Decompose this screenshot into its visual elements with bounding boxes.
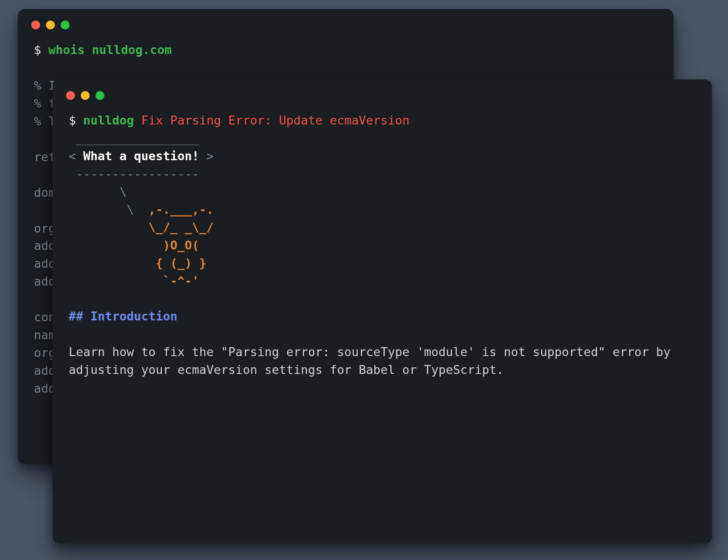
prompt-symbol: $	[34, 43, 41, 57]
terminal-window-front: $ nulldog Fix Parsing Error: Update ecma…	[53, 79, 712, 543]
ascii-stem: \	[69, 203, 149, 216]
command-name: whois	[49, 43, 85, 57]
prompt-symbol: $	[69, 113, 76, 127]
titlebar-front	[53, 79, 712, 104]
ascii-dog-icon: )O_O(	[141, 238, 199, 252]
command-name: nulldog	[83, 113, 134, 127]
intro-paragraph: Learn how to fix the "Parsing error: sou…	[69, 345, 678, 377]
speech-bubble-bottom: -----------------	[69, 167, 199, 181]
close-icon[interactable]	[31, 21, 40, 29]
ascii-dog-icon: \_/_ _\_/	[141, 220, 214, 234]
speech-bubble-right: >	[199, 149, 214, 163]
speech-bubble-text: What a question!	[83, 149, 199, 163]
ascii-dog-icon: { (_) }	[141, 256, 207, 270]
ascii-pad	[69, 238, 141, 252]
ascii-pad	[69, 256, 141, 270]
ascii-pad	[69, 220, 141, 234]
close-icon[interactable]	[66, 91, 75, 100]
terminal-body-front: $ nulldog Fix Parsing Error: Update ecma…	[53, 104, 712, 386]
command-arg: Fix Parsing Error: Update ecmaVersion	[141, 113, 410, 127]
ascii-dog-icon: ,-.___,-.	[149, 203, 214, 216]
section-heading: ## Introduction	[69, 309, 178, 323]
minimize-icon[interactable]	[81, 91, 90, 100]
speech-bubble-top: _________________	[69, 131, 199, 145]
maximize-icon[interactable]	[61, 21, 70, 29]
minimize-icon[interactable]	[46, 21, 55, 29]
titlebar-back	[18, 9, 674, 34]
command-arg: nulldog.com	[92, 43, 172, 57]
ascii-stem: \	[69, 185, 127, 199]
ascii-pad	[69, 274, 141, 288]
maximize-icon[interactable]	[95, 91, 104, 100]
speech-bubble-left: <	[69, 149, 83, 163]
ascii-dog-icon: `-^-'	[141, 274, 199, 288]
